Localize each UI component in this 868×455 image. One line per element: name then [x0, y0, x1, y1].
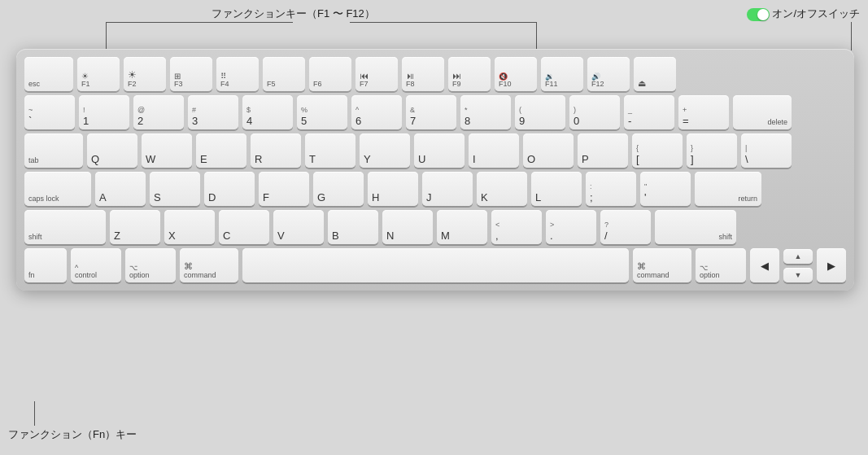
key-u[interactable]: U [414, 133, 465, 168]
key-f6[interactable]: F6 [309, 57, 351, 91]
key-f9[interactable]: ⏭ F9 [448, 57, 491, 91]
key-9[interactable]: ( 9 [515, 95, 565, 129]
key-3[interactable]: # 3 [188, 95, 238, 129]
key-c[interactable]: C [219, 210, 269, 244]
key-a[interactable]: A [95, 172, 146, 206]
key-eject[interactable]: ⏏ [634, 57, 676, 91]
key-slash[interactable]: ? / [600, 210, 651, 244]
func-keys-line-right [350, 22, 537, 23]
func-keys-line-left [106, 22, 293, 23]
key-f4[interactable]: ⠿ F4 [216, 57, 259, 91]
key-g[interactable]: G [313, 172, 364, 206]
key-control[interactable]: ^ control [71, 248, 121, 282]
key-i[interactable]: I [469, 133, 519, 168]
key-8[interactable]: * 8 [460, 95, 511, 129]
key-option-left[interactable]: ⌥ option [125, 248, 176, 282]
key-f12[interactable]: 🔊 F12 [587, 57, 630, 91]
key-shift-left[interactable]: shift [24, 210, 106, 244]
func-keys-line-v-right [536, 22, 537, 50]
key-f3[interactable]: ⊞ F3 [170, 57, 212, 91]
key-f[interactable]: F [259, 172, 309, 206]
key-l[interactable]: L [531, 172, 582, 206]
key-w[interactable]: W [142, 133, 192, 168]
key-1[interactable]: ! 1 [79, 95, 129, 129]
key-k[interactable]: K [477, 172, 527, 206]
key-7[interactable]: & 7 [406, 95, 456, 129]
key-arrow-left[interactable]: ◀ [750, 248, 779, 282]
key-equals[interactable]: + = [678, 95, 729, 129]
key-backtick[interactable]: ~ ` [24, 95, 75, 129]
fn-key-annotation: ファンクション（Fn）キー [8, 427, 137, 442]
arrow-up-down-container: ▲ ▼ [783, 249, 813, 282]
row-bottom: fn ^ control ⌥ option ⌘ command ⌘ [24, 248, 846, 282]
key-s[interactable]: S [150, 172, 200, 206]
key-f11[interactable]: 🔉 F11 [541, 57, 583, 91]
key-arrow-right[interactable]: ▶ [817, 248, 846, 282]
key-lbracket[interactable]: { [ [632, 133, 683, 168]
key-return[interactable]: return [695, 172, 761, 206]
key-delete[interactable]: delete [733, 95, 792, 129]
key-5[interactable]: % 5 [297, 95, 347, 129]
key-period[interactable]: > . [546, 210, 596, 244]
key-comma[interactable]: < , [491, 210, 542, 244]
key-command-right[interactable]: ⌘ command [633, 248, 691, 282]
key-backslash[interactable]: | \ [741, 133, 792, 168]
key-b[interactable]: B [328, 210, 378, 244]
key-f8[interactable]: ⏯ F8 [402, 57, 444, 91]
key-m[interactable]: M [437, 210, 487, 244]
key-x[interactable]: X [164, 210, 215, 244]
func-keys-annotation: ファンクションキー（F1 〜 F12） [212, 7, 375, 21]
key-quote[interactable]: " ' [640, 172, 691, 206]
key-f7[interactable]: ⏮ F7 [355, 57, 398, 91]
row-fn: esc ☀ F1 ☀ F2 ⊞ F3 ⠿ [24, 57, 846, 91]
key-option-right[interactable]: ⌥ option [696, 248, 746, 282]
key-f2[interactable]: ☀ F2 [124, 57, 166, 91]
key-y[interactable]: Y [360, 133, 410, 168]
key-rbracket[interactable]: } ] [687, 133, 737, 168]
key-arrow-up[interactable]: ▲ [783, 249, 813, 264]
key-shift-right[interactable]: shift [655, 210, 736, 244]
key-semicolon[interactable]: : ; [586, 172, 636, 206]
key-o[interactable]: O [523, 133, 574, 168]
key-tab[interactable]: tab [24, 133, 83, 168]
row-asdf: caps lock A S D F G H [24, 172, 846, 206]
key-f1[interactable]: ☀ F1 [77, 57, 120, 91]
func-keys-line-v-left [106, 22, 107, 50]
key-n[interactable]: N [382, 210, 433, 244]
key-h[interactable]: H [368, 172, 418, 206]
key-e[interactable]: E [196, 133, 246, 168]
key-space[interactable] [242, 248, 629, 282]
key-6[interactable]: ^ 6 [351, 95, 402, 129]
key-r[interactable]: R [251, 133, 301, 168]
key-v[interactable]: V [273, 210, 324, 244]
key-arrow-down[interactable]: ▼ [783, 268, 813, 282]
key-z[interactable]: Z [110, 210, 160, 244]
key-j[interactable]: J [422, 172, 473, 206]
key-esc[interactable]: esc [24, 57, 73, 91]
on-off-line-v [851, 22, 852, 50]
key-t[interactable]: T [305, 133, 355, 168]
key-2[interactable]: @ 2 [133, 95, 184, 129]
key-0[interactable]: ) 0 [569, 95, 620, 129]
on-off-annotation: オン/オフスイッチ [747, 7, 860, 21]
key-f5[interactable]: F5 [263, 57, 305, 91]
scene: ファンクションキー（F1 〜 F12） オン/オフスイッチ ファンクション（Fn… [0, 0, 868, 455]
row-qwerty: tab Q W E R T Y [24, 133, 846, 168]
key-d[interactable]: D [204, 172, 255, 206]
row-numbers: ~ ` ! 1 @ 2 # 3 $ 4 [24, 95, 846, 129]
key-4[interactable]: $ 4 [242, 95, 293, 129]
toggle-switch-icon [747, 8, 770, 21]
row-zxcv: shift Z X C V B N [24, 210, 846, 244]
keyboard-rows: esc ☀ F1 ☀ F2 ⊞ F3 ⠿ [24, 57, 846, 282]
key-fn[interactable]: fn [24, 248, 67, 282]
key-capslock[interactable]: caps lock [24, 172, 91, 206]
key-minus[interactable]: _ - [624, 95, 674, 129]
key-q[interactable]: Q [87, 133, 137, 168]
keyboard: esc ☀ F1 ☀ F2 ⊞ F3 ⠿ [16, 49, 854, 291]
key-p[interactable]: P [578, 133, 628, 168]
fn-key-line-v [34, 401, 35, 426]
key-command-left[interactable]: ⌘ command [180, 248, 238, 282]
key-f10[interactable]: 🔇 F10 [495, 57, 537, 91]
